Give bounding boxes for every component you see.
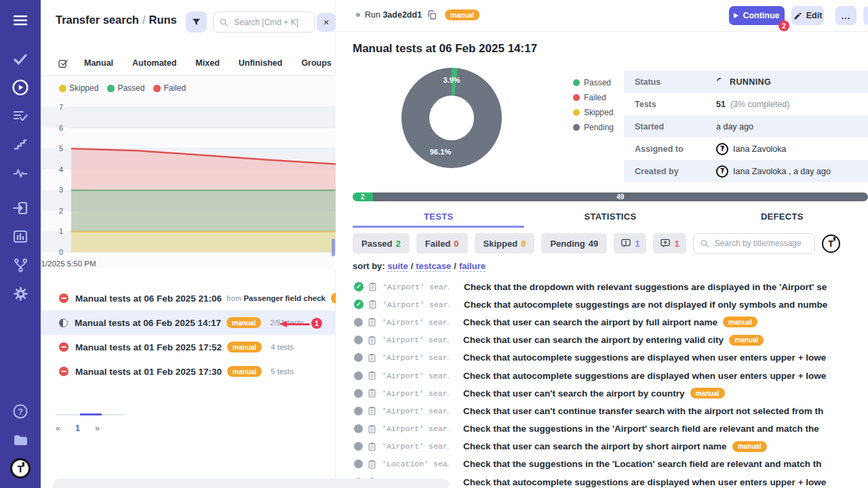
test-row[interactable]: 'Airport' sear… Check that user can sear… (336, 313, 868, 331)
test-search-box[interactable] (693, 233, 815, 254)
workspace-logo[interactable]: T (0, 454, 41, 483)
chip-failed[interactable]: Failed0 (416, 233, 468, 253)
test-title[interactable]: Check that the suggestions in the 'Locat… (463, 459, 822, 469)
legend-passed[interactable]: Passed (107, 83, 144, 93)
pagination-page-1[interactable]: 1 (75, 424, 80, 433)
tab-mixed[interactable]: Mixed (195, 58, 219, 68)
tab-defects[interactable]: DEFECTS (696, 205, 868, 228)
sort-by-suite[interactable]: suite (387, 261, 408, 272)
test-row[interactable]: 'Airport' sear… Check that user can't se… (336, 384, 868, 402)
user-avatar[interactable]: T (822, 235, 840, 253)
select-all-icon[interactable] (58, 58, 69, 69)
legend-failed[interactable]: Failed (153, 83, 186, 93)
chip-pending[interactable]: Pending49 (541, 233, 607, 253)
donut-legend-item[interactable]: Failed (573, 93, 614, 102)
chip-defects[interactable]: 1 (653, 233, 686, 253)
menu-icon[interactable] (0, 0, 41, 41)
run-row-4[interactable]: Manual tests at 01 Feb 2025 17:30 manual… (41, 359, 336, 384)
tab-unfinished[interactable]: Unfinished (239, 58, 283, 68)
test-title[interactable]: Check that user can search the airport b… (463, 317, 717, 327)
clipped-edge-button[interactable] (863, 6, 868, 25)
test-plans-icon[interactable] (0, 102, 41, 130)
chip-skipped[interactable]: Skipped0 (475, 233, 535, 253)
breadcrumb-current[interactable]: Runs (149, 14, 177, 26)
test-suite-name[interactable]: 'Airport' sear… (382, 318, 449, 327)
donut-legend-item[interactable]: Skipped (573, 108, 614, 117)
more-actions-button[interactable]: ... (835, 6, 856, 25)
runs-icon[interactable] (0, 73, 41, 102)
run-title[interactable]: Manual tests at 01 Feb 2025 17:52 (75, 342, 222, 352)
copy-icon[interactable] (427, 9, 437, 20)
pagination-next[interactable]: » (95, 424, 100, 433)
test-title[interactable]: Check that autocomplete suggestings are … (464, 300, 827, 310)
test-title[interactable]: Check that autocomplete suggestions are … (463, 371, 826, 381)
run-title[interactable]: Manual tests at 06 Feb 2025 21:06 (75, 293, 222, 304)
analytics-icon[interactable] (0, 159, 41, 187)
projects-folder-icon[interactable] (0, 426, 41, 454)
settings-gear-icon[interactable] (0, 279, 41, 308)
breadcrumb-parent[interactable]: Transfer search (56, 14, 139, 26)
left-panel-scrollbar[interactable] (332, 239, 335, 256)
edit-button[interactable]: Edit (791, 6, 824, 25)
test-suite-name[interactable]: 'Airport' sear… (382, 389, 449, 398)
test-title[interactable]: Check that the dropdown with relevant su… (464, 282, 827, 292)
test-title[interactable]: Check that autocomplete suggestions are … (463, 477, 826, 487)
test-suite-name[interactable]: 'Airport' sear… (382, 407, 449, 415)
help-icon[interactable]: ? (0, 397, 41, 426)
milestones-icon[interactable] (0, 130, 41, 159)
assigned-value[interactable]: Iana Zavoloka (733, 144, 787, 154)
test-title[interactable]: Check that user can search the airport b… (463, 441, 727, 451)
legend-skipped[interactable]: Skipped (59, 83, 98, 93)
test-row[interactable]: 'Airport' sear… Check that the suggestio… (336, 420, 868, 438)
run-title[interactable]: Manual tests at 01 Feb 2025 17:30 (75, 367, 222, 377)
test-row[interactable]: 'Airport' sear… Check that user can sear… (336, 438, 868, 455)
tab-automated[interactable]: Automated (132, 58, 176, 68)
test-suite-name[interactable]: 'Airport' sear… (382, 300, 450, 309)
run-row-1[interactable]: Manual tests at 06 Feb 2025 21:06 from P… (41, 286, 336, 310)
test-row[interactable]: 'Airport' sear… Check that the dropdown … (336, 278, 868, 296)
donut-legend-item[interactable]: Pending (573, 123, 614, 132)
test-title[interactable]: Check that user can search the airport b… (463, 335, 724, 345)
test-suite-name[interactable]: 'Location' sea… (382, 460, 449, 468)
filter-button[interactable] (186, 12, 207, 33)
sort-by-testcase[interactable]: testcase (416, 261, 451, 272)
tab-groups[interactable]: Groups (301, 58, 331, 68)
tests-icon[interactable] (0, 45, 41, 73)
test-suite-name[interactable]: 'Airport' sear… (382, 336, 449, 344)
tab-tests[interactable]: TESTS (353, 205, 524, 228)
close-search-button[interactable]: × (317, 13, 336, 32)
reports-icon[interactable] (0, 222, 41, 251)
test-title[interactable]: Check that the suggestions in the 'Airpo… (463, 424, 819, 434)
test-row[interactable]: 'Location' sea… Check that the suggestio… (336, 455, 868, 473)
import-icon[interactable] (0, 194, 41, 222)
tab-statistics[interactable]: STATISTICS (524, 205, 696, 228)
test-suite-name[interactable]: 'Airport' sear… (382, 442, 449, 451)
test-title[interactable]: Check that autocomplete suggestions are … (463, 352, 826, 363)
test-row[interactable]: 'Airport' sear… Check that autocomplete … (336, 296, 868, 313)
run-title[interactable]: Manual tests at 06 Feb 2025 14:17 (75, 318, 221, 328)
pagination-prev[interactable]: « (56, 424, 60, 433)
test-suite-name[interactable]: 'Airport' sear… (382, 283, 450, 291)
test-suite-name[interactable]: 'Airport' sear… (382, 353, 449, 362)
chip-comments[interactable]: 1 (614, 233, 646, 253)
sort-by-failure[interactable]: failure (459, 261, 486, 272)
runs-search-box[interactable] (213, 12, 315, 33)
branches-icon[interactable] (0, 251, 41, 279)
run-row-3[interactable]: Manual tests at 01 Feb 2025 17:52 manual… (41, 335, 336, 359)
test-row[interactable]: 'Airport' sear… Check that autocomplete … (336, 367, 868, 384)
test-title[interactable]: Check that user can't search the airport… (463, 388, 685, 399)
test-suite-name[interactable]: 'Airport' sear… (382, 424, 449, 433)
runs-search-input[interactable] (233, 17, 300, 28)
test-search-input[interactable] (713, 238, 808, 249)
breadcrumb[interactable]: Transfer search/Runs (56, 14, 177, 26)
chip-passed[interactable]: Passed2 (353, 233, 410, 253)
test-row[interactable]: 'Airport' sear… Check that user can't co… (336, 402, 868, 420)
tab-manual[interactable]: Manual (84, 58, 113, 68)
donut-legend-item[interactable]: Passed (573, 78, 614, 87)
test-suite-name[interactable]: 'Airport' sear… (382, 371, 449, 380)
created-value[interactable]: Iana Zavoloka , a day ago (733, 167, 831, 176)
test-title[interactable]: Check that user can't continue transfer … (463, 406, 823, 416)
test-row[interactable]: 'Airport' sear… Check that user can sear… (336, 331, 868, 349)
continue-button[interactable]: Continue (729, 6, 785, 25)
test-row[interactable]: 'Airport' sear… Check that autocomplete … (336, 349, 868, 367)
